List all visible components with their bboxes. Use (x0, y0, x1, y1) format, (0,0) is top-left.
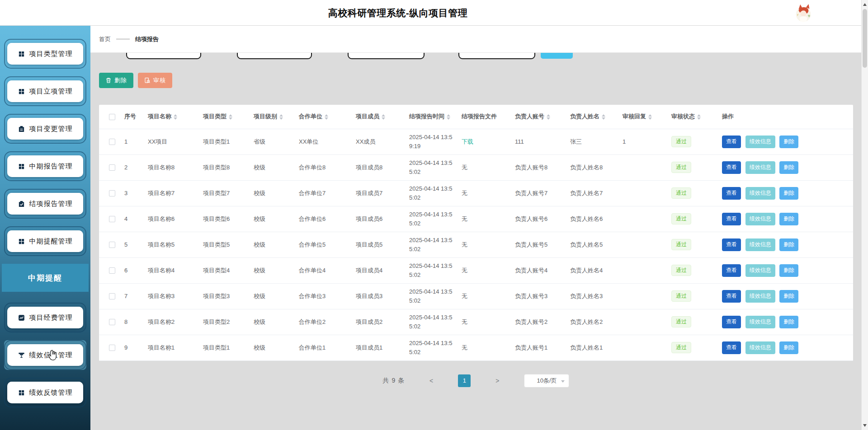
row-delete-button[interactable]: 删除 (779, 264, 798, 277)
row-checkbox[interactable] (109, 190, 115, 196)
column-header-person[interactable]: 负责人姓名 (566, 105, 618, 129)
cell-index: 5 (120, 232, 143, 257)
breadcrumb-home[interactable]: 首页 (99, 35, 111, 43)
select-all-checkbox[interactable] (109, 114, 115, 120)
performance-info-button[interactable]: 绩效信息 (745, 316, 775, 328)
cell-index: 7 (120, 283, 143, 309)
row-checkbox[interactable] (109, 242, 115, 248)
prev-page-button[interactable]: < (429, 377, 433, 384)
performance-info-button[interactable]: 绩效信息 (745, 161, 775, 174)
audit-button[interactable]: 审核 (138, 73, 172, 88)
row-checkbox[interactable] (109, 164, 115, 171)
row-checkbox[interactable] (109, 267, 115, 274)
row-checkbox[interactable] (109, 319, 115, 325)
table-row: 2 项目名称8 项目类型8 校级 合作单位8 项目成员8 2025-04-14 … (99, 154, 853, 180)
performance-info-button[interactable]: 绩效信息 (745, 341, 775, 354)
column-header-reply[interactable]: 审核回复 (618, 105, 667, 129)
page-title: 高校科研管理系统-纵向项目管理 (0, 0, 796, 26)
sidebar-item-project-change[interactable]: 项目变更管理 (4, 114, 86, 144)
sidebar-item-midterm-reminder-active[interactable]: 中期提醒 (2, 264, 89, 292)
row-checkbox[interactable] (109, 293, 115, 299)
row-checkbox[interactable] (109, 216, 115, 222)
row-delete-button[interactable]: 删除 (779, 316, 798, 328)
sidebar-item-performance-feedback[interactable]: 绩效反馈管理 (4, 378, 86, 407)
performance-info-button[interactable]: 绩效信息 (745, 187, 775, 200)
row-delete-button[interactable]: 删除 (779, 238, 798, 251)
cell-person: 负责人姓名1 (566, 335, 618, 360)
row-delete-button[interactable]: 删除 (779, 290, 798, 303)
sort-caret-icon[interactable] (174, 114, 177, 120)
cell-reply (618, 257, 667, 283)
view-button[interactable]: 查看 (722, 187, 741, 200)
delete-button-label: 删除 (114, 76, 127, 84)
view-button[interactable]: 查看 (722, 161, 741, 174)
sidebar-item-label: 中期提醒管理 (29, 237, 73, 246)
page-size-select[interactable]: 10条/页 (524, 374, 569, 388)
column-header-type[interactable]: 项目类型 (198, 105, 249, 129)
view-button[interactable]: 查看 (722, 238, 741, 251)
sort-caret-icon[interactable] (325, 114, 328, 120)
row-checkbox[interactable] (109, 345, 115, 351)
scroll-down-arrow-icon[interactable] (863, 424, 867, 427)
sort-caret-icon[interactable] (547, 114, 550, 120)
delete-button[interactable]: 删除 (99, 73, 133, 88)
row-delete-button[interactable]: 删除 (779, 187, 798, 200)
row-delete-button[interactable]: 删除 (779, 341, 798, 354)
table-header-row: 序号 项目名称 项目类型 项目级别 合作单位 项目成员 结项报告时间 结项报告文… (99, 105, 853, 129)
view-button[interactable]: 查看 (722, 136, 741, 148)
grid-icon (18, 389, 25, 396)
sort-caret-icon[interactable] (229, 114, 232, 120)
cell-account: 负责人账号8 (510, 154, 566, 180)
row-delete-button[interactable]: 删除 (779, 213, 798, 225)
sidebar-item-label: 项目经费管理 (29, 313, 73, 322)
page-number-1[interactable]: 1 (458, 374, 471, 387)
row-delete-button[interactable]: 删除 (779, 161, 798, 174)
cell-project-type: 项目类型7 (198, 180, 249, 206)
scroll-up-arrow-icon[interactable] (863, 3, 867, 6)
cell-project-name: 项目名称5 (143, 232, 198, 257)
table-row: 9 项目名称1 项目类型1 校级 合作单位1 项目成员1 2025-04-14 … (99, 335, 853, 360)
column-header-account[interactable]: 负责人账号 (510, 105, 566, 129)
cell-report-time: 2025-04-14 13:55:02 (405, 335, 457, 360)
cell-project-name: XX项目 (143, 129, 198, 154)
sort-caret-icon[interactable] (648, 114, 652, 120)
sort-caret-icon[interactable] (602, 114, 605, 120)
sidebar-item-midterm-reminder-mgmt[interactable]: 中期提醒管理 (4, 226, 86, 256)
performance-info-button[interactable]: 绩效信息 (745, 264, 775, 277)
sort-caret-icon[interactable] (447, 114, 450, 120)
column-header-time[interactable]: 结项报告时间 (405, 105, 457, 129)
cell-person: 负责人姓名7 (566, 180, 618, 206)
performance-info-button[interactable]: 绩效信息 (745, 290, 775, 303)
view-button[interactable]: 查看 (722, 316, 741, 328)
performance-info-button[interactable]: 绩效信息 (745, 238, 775, 251)
performance-info-button[interactable]: 绩效信息 (745, 213, 775, 225)
sidebar-item-completion-report[interactable]: 结项报告管理 (4, 189, 86, 219)
view-button[interactable]: 查看 (722, 213, 741, 225)
vertical-scrollbar[interactable] (861, 0, 868, 430)
row-delete-button[interactable]: 删除 (779, 136, 798, 148)
sort-caret-icon[interactable] (697, 114, 701, 120)
sidebar-item-project-type[interactable]: 项目类型管理 (4, 39, 86, 69)
table-row: 3 项目名称7 项目类型7 校级 合作单位7 项目成员7 2025-04-14 … (99, 180, 853, 206)
cell-index: 3 (120, 180, 143, 206)
cell-project-name: 项目名称2 (143, 309, 198, 335)
column-header-member[interactable]: 项目成员 (351, 105, 405, 129)
row-checkbox[interactable] (109, 139, 115, 145)
sidebar-item-project-approval[interactable]: 项目立项管理 (4, 76, 86, 106)
sidebar-item-project-funds[interactable]: 项目经费管理 (4, 303, 86, 332)
scrollbar-thumb[interactable] (863, 9, 867, 68)
column-header-partner[interactable]: 合作单位 (294, 105, 351, 129)
next-page-button[interactable]: > (495, 377, 499, 384)
sort-caret-icon[interactable] (382, 114, 385, 120)
sort-caret-icon[interactable] (279, 114, 283, 120)
column-header-name[interactable]: 项目名称 (143, 105, 198, 129)
column-header-level[interactable]: 项目级别 (249, 105, 294, 129)
view-button[interactable]: 查看 (722, 341, 741, 354)
view-button[interactable]: 查看 (722, 264, 741, 277)
view-button[interactable]: 查看 (722, 290, 741, 303)
sidebar-item-midterm-report[interactable]: 中期报告管理 (4, 151, 86, 181)
performance-info-button[interactable]: 绩效信息 (745, 136, 775, 148)
sidebar-item-performance-info[interactable]: 绩效信息管理 (4, 340, 86, 370)
column-header-status[interactable]: 审核状态 (667, 105, 717, 129)
grid-icon (18, 163, 25, 170)
